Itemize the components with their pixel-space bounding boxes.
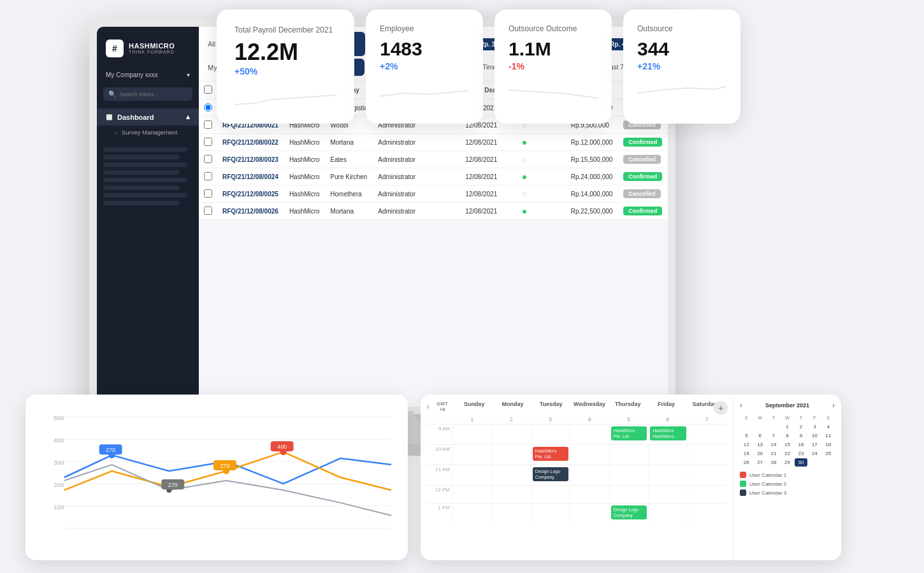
cell-deadline: 12/08/2021 — [460, 151, 517, 168]
calendar-main: ‹ GMT+8 Sunday Monday Tuesday Wednesday … — [421, 395, 733, 560]
menu-bar — [103, 170, 180, 175]
stat-card-outsource-outcome: Outsource Outcome 1.1M -1% — [494, 10, 612, 124]
cell-total: Rp.14,000,000 — [566, 185, 618, 203]
time-12pm: 12 PM — [427, 486, 452, 503]
cal-event-hashmicro-thu[interactable]: HashMicroPte. Ltd. — [611, 426, 647, 440]
stat-card-employee: Employee 1483 +2% — [366, 10, 483, 124]
cell-reference: RFQ/21/12/08/0023 — [217, 151, 284, 168]
cell-activity: ● — [517, 134, 566, 151]
line-chart: 500 400 300 200 100 270 270 — [36, 405, 398, 550]
cell-total: Rp.22,500,000 — [566, 203, 618, 220]
logo-brand: HASHMICRO — [129, 42, 175, 50]
row-select[interactable] — [204, 138, 212, 146]
sidebar-item-survey-management[interactable]: Survey Management — [97, 126, 199, 139]
svg-text:270: 270 — [168, 482, 178, 488]
cell-company: Homethera — [325, 185, 373, 203]
rfq-table-wrap: Reference Vendor Company Purchase Repres… — [199, 82, 668, 407]
card-change-outsource-outcome: -1% — [509, 61, 598, 71]
card-value-employee: 1483 — [380, 40, 469, 59]
menu-bar — [103, 155, 180, 159]
mini-calendar-sidebar: ‹ September 2021 › S M T W T F S 1 2 3 4 — [733, 395, 841, 560]
company-selector[interactable]: My Company xxxx ▾ — [97, 68, 199, 82]
row-select[interactable] — [204, 155, 212, 163]
cell-rep: Administrator — [373, 151, 460, 168]
table-row: RFQ/21/12/08/0023 HashMicro Eates Admini… — [199, 151, 668, 168]
cell-rep: Administrator — [373, 134, 460, 151]
cell-activity: ● — [517, 203, 566, 220]
legend-color-3 — [740, 490, 746, 496]
cell-total: Rp.12,000,000 — [566, 134, 618, 151]
cal-event-designlogo-thu[interactable]: Design LogoCompany — [611, 505, 647, 519]
time-9am: 9 AM — [427, 424, 452, 444]
svg-text:400: 400 — [277, 444, 287, 450]
dashboard-icon: ▦ — [106, 113, 112, 121]
sparkline-outsource — [637, 80, 726, 106]
row-select[interactable] — [204, 120, 212, 129]
card-change-employee: +2% — [380, 61, 469, 71]
search-box[interactable]: 🔍 — [103, 87, 192, 101]
cal-event-hashmicro-fri[interactable]: HashMicroHashMicro... — [650, 426, 686, 440]
cell-activity: ● — [517, 168, 566, 185]
cell-deadline: 12/08/2021 — [460, 185, 517, 203]
legend-color-1 — [740, 472, 746, 478]
legend-label-1: User Calendar 1 — [749, 472, 786, 478]
card-title-outsource: Outsource — [637, 24, 726, 34]
chevron-down-icon: ▾ — [187, 71, 190, 78]
cell-status: Cancelled — [618, 185, 668, 203]
card-value-outsource-outcome: 1.1M — [509, 40, 598, 59]
row-select[interactable] — [204, 189, 212, 198]
cell-vendor: HashMicro — [284, 151, 325, 168]
card-change-payroll: +50% — [235, 66, 336, 76]
svg-text:270: 270 — [106, 447, 115, 453]
chart-panel: 500 400 300 200 100 270 270 — [25, 395, 408, 560]
mini-cal-next[interactable]: › — [832, 401, 835, 410]
cell-vendor: HashMicro — [284, 185, 325, 203]
cell-company: Eates — [325, 151, 373, 168]
cell-status: Confirmed — [618, 168, 668, 185]
cell-vendor: HashMicro — [284, 203, 325, 220]
cell-activity: ○ — [517, 151, 566, 168]
nav-section: ▦ Dashboard ▴ Survey Management — [97, 108, 199, 139]
legend-items: User Calendar 1 User Calendar 2 User Cal… — [740, 472, 835, 496]
cell-rep: Administrator — [373, 203, 460, 220]
legend-item-1: User Calendar 1 — [740, 472, 835, 478]
cell-rep: Administrator — [373, 168, 460, 185]
cell-total: Rp.15,500,000 — [566, 151, 618, 168]
cell-vendor: HashMicro — [284, 134, 325, 151]
cell-rep: Administrator — [373, 185, 460, 203]
mini-cal-prev[interactable]: ‹ — [740, 401, 742, 410]
table-row: RFQ/21/12/08/0024 HashMicro Pure Kirchen… — [199, 168, 668, 185]
legend-color-2 — [740, 481, 746, 487]
calendar-header: ‹ GMT+8 Sunday Monday Tuesday Wednesday … — [427, 401, 726, 412]
add-event-btn-area: + — [714, 401, 728, 415]
menu-bar — [103, 147, 187, 152]
card-value-outsource: 344 — [637, 40, 726, 59]
chevron-up-icon: ▴ — [186, 113, 190, 121]
menu-bar — [103, 163, 187, 167]
table-row: RFQ/21/12/08/0022 HashMicro Mortana Admi… — [199, 134, 668, 151]
menu-bar — [103, 185, 180, 190]
row-select[interactable] — [204, 103, 212, 112]
add-event-btn[interactable]: + — [714, 401, 728, 415]
cell-company: Pure Kirchen — [325, 168, 373, 185]
menu-bar — [103, 178, 187, 182]
svg-text:200: 200 — [54, 481, 64, 488]
cal-event-hashmicro-tue[interactable]: HashMicroPte. Ltd. — [533, 447, 568, 461]
table-row: RFQ/21/12/08/0026 HashMicro Mortana Admi… — [199, 203, 668, 220]
row-select[interactable] — [204, 172, 212, 180]
select-all-checkbox[interactable] — [204, 85, 212, 94]
calendar-panel: ‹ GMT+8 Sunday Monday Tuesday Wednesday … — [421, 395, 841, 560]
sidebar-item-dashboard[interactable]: ▦ Dashboard ▴ — [97, 108, 199, 126]
cell-deadline: 12/08/2021 — [460, 168, 517, 185]
svg-text:400: 400 — [54, 437, 64, 444]
row-select[interactable] — [204, 207, 212, 215]
table-row: RFQ/21/12/08/0025 HashMicro Homethera Ad… — [199, 185, 668, 203]
legend-item-2: User Calendar 2 — [740, 481, 835, 487]
sparkline-payroll — [235, 85, 336, 111]
card-value-payroll: 12.2M — [235, 41, 336, 64]
legend-label-3: User Calendar 3 — [749, 490, 786, 496]
logo-area: # HASHMICRO THINK FORWARD — [97, 34, 199, 68]
cal-event-designlogo-tue[interactable]: Design LogoCompany — [533, 467, 568, 481]
time-1pm: 1 PM — [427, 504, 452, 523]
search-input[interactable] — [119, 91, 187, 98]
